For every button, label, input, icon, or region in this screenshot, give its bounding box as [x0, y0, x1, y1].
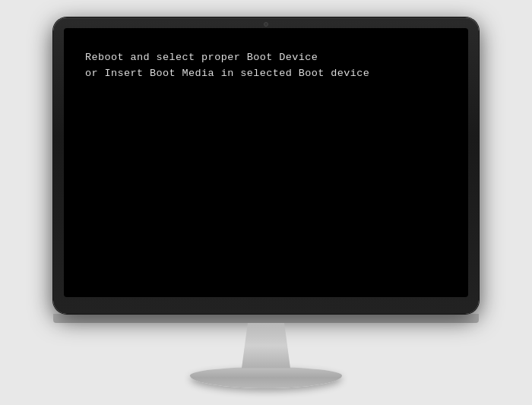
bios-error-text: Reboot and select proper Boot Device or … — [85, 49, 447, 82]
monitor-screen: Reboot and select proper Boot Device or … — [64, 28, 468, 297]
screen-content: Reboot and select proper Boot Device or … — [85, 49, 447, 82]
monitor-camera — [264, 22, 268, 27]
monitor-stand-neck — [236, 323, 296, 369]
monitor-stand-base — [190, 367, 342, 388]
monitor: Reboot and select proper Boot Device or … — [53, 17, 479, 388]
monitor-bottom-bar — [53, 314, 479, 323]
monitor-bezel: Reboot and select proper Boot Device or … — [53, 17, 479, 314]
